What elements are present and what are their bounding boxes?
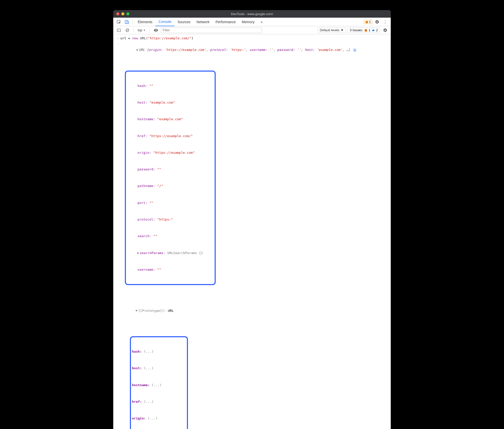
warnings-badge[interactable]: ◼ 1 <box>364 20 373 24</box>
issues-label: 3 Issues: <box>350 28 363 32</box>
proto-hostname[interactable]: hostname: (...) <box>132 382 186 388</box>
prop-port[interactable]: port: "" <box>127 200 214 206</box>
inspect-element-icon[interactable] <box>115 18 122 25</box>
svg-line-5 <box>126 29 128 31</box>
console-input-text: url = new URL("https://example.com/") <box>120 36 388 41</box>
tab-memory[interactable]: Memory <box>239 18 258 26</box>
levels-label: Default levels <box>320 28 340 32</box>
issue-warn-count: 1 <box>369 28 371 32</box>
device-toolbar-icon[interactable] <box>123 18 130 25</box>
warning-icon: ◼ <box>365 28 367 32</box>
info-chip-icon[interactable]: i <box>353 48 356 52</box>
prop-username[interactable]: username: "" <box>127 267 214 272</box>
close-window-button[interactable] <box>116 12 119 15</box>
devtools-window: DevTools - www.google.com/ Elements Cons… <box>113 10 391 429</box>
main-tabbar: Elements Console Sources Network Perform… <box>113 18 391 26</box>
window-title: DevTools - www.google.com/ <box>113 12 391 16</box>
output-chevron-icon: ‹ <box>116 42 120 47</box>
console-output-row: ‹ URL {origin: 'https://example.com', pr… <box>113 41 391 58</box>
svg-rect-2 <box>127 21 129 24</box>
prop-host[interactable]: host: "example.com" <box>127 100 214 105</box>
live-expression-icon[interactable] <box>152 27 159 34</box>
tab-performance[interactable]: Performance <box>212 18 239 26</box>
console-toolbar: top ▼ Default levels ▼ 3 Issues: ◼1 ▰2 <box>113 26 391 34</box>
proto-href[interactable]: href: (...) <box>132 399 186 405</box>
highlighted-properties-box: hash: "" host: "example.com" hostname: "… <box>125 71 216 285</box>
prop-pathname[interactable]: pathname: "/" <box>127 183 214 189</box>
console-settings-icon[interactable] <box>382 27 389 34</box>
settings-icon[interactable] <box>374 18 381 25</box>
proto-origin[interactable]: origin: (...) <box>132 416 186 421</box>
prop-hash[interactable]: hash: "" <box>127 83 214 89</box>
panel-tabs: Elements Console Sources Network Perform… <box>135 18 266 26</box>
tabbar-separator <box>132 19 133 24</box>
prop-href[interactable]: href: "https://example.com/" <box>127 133 214 139</box>
toggle-sidebar-icon[interactable] <box>115 27 122 34</box>
execution-context-selector[interactable]: top ▼ <box>136 28 147 33</box>
tab-sources[interactable]: Sources <box>175 18 193 26</box>
issues-counter[interactable]: 3 Issues: ◼1 ▰2 <box>348 27 380 33</box>
highlighted-prototype-box: hash: (...) host: (...) hostname: (...) … <box>130 336 188 429</box>
prop-origin[interactable]: origin: "https://example.com" <box>127 150 214 156</box>
tab-network[interactable]: Network <box>193 18 212 26</box>
prop-search[interactable]: search: "" <box>127 233 214 239</box>
prop-protocol[interactable]: protocol: "https:" <box>127 217 214 222</box>
prop-searchparams[interactable]: searchParams: URLSearchParams {} <box>127 250 214 256</box>
minimize-window-button[interactable] <box>121 12 124 15</box>
traffic-lights <box>116 12 129 15</box>
info-icon: ▰ <box>372 28 375 32</box>
context-label: top <box>138 28 142 32</box>
input-chevron-icon: › <box>116 36 120 41</box>
filter-input[interactable] <box>161 27 262 33</box>
console-output[interactable]: › url = new URL("https://example.com/") … <box>113 34 391 429</box>
prototype-header[interactable]: [[Prototype]]: URL <box>125 308 388 314</box>
proto-host[interactable]: host: (...) <box>132 365 186 371</box>
prop-password[interactable]: password: "" <box>127 167 214 172</box>
maximize-window-button[interactable] <box>126 12 129 15</box>
log-levels-selector[interactable]: Default levels ▼ <box>318 27 346 33</box>
window-titlebar: DevTools - www.google.com/ <box>113 10 391 18</box>
tab-overflow[interactable]: » <box>258 18 266 26</box>
issue-info-count: 2 <box>376 28 378 32</box>
prop-hostname[interactable]: hostname: "example.com" <box>127 116 214 122</box>
warning-icon: ◼ <box>366 20 368 24</box>
expand-toggle-icon[interactable] <box>135 310 137 312</box>
tab-console[interactable]: Console <box>155 18 174 26</box>
more-menu-icon[interactable]: ⋮ <box>382 18 389 25</box>
chevron-down-icon: ▼ <box>143 29 146 32</box>
url-properties-group: hash: "" host: "example.com" hostname: "… <box>113 58 391 429</box>
expand-toggle-icon[interactable] <box>136 49 138 51</box>
expand-toggle-icon[interactable] <box>137 252 139 254</box>
clear-console-icon[interactable] <box>124 27 131 34</box>
chevron-down-icon: ▼ <box>341 28 344 32</box>
url-object-summary[interactable]: URL {origin: 'https://example.com', prot… <box>120 42 388 58</box>
console-input-row: › url = new URL("https://example.com/") <box>113 35 391 41</box>
warnings-count: 1 <box>369 20 371 24</box>
proto-hash[interactable]: hash: (...) <box>132 349 186 354</box>
tab-elements[interactable]: Elements <box>135 18 155 26</box>
